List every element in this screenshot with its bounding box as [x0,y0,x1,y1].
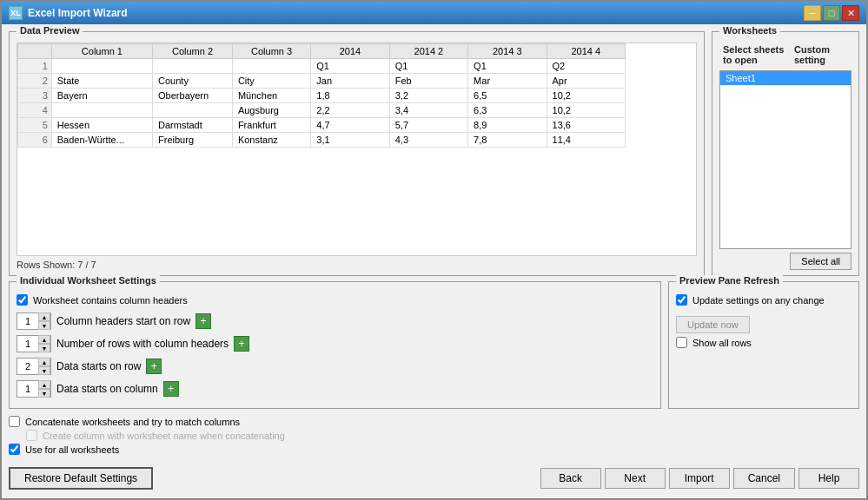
header-start-row-plus[interactable]: + [195,313,211,329]
use-for-all-checkbox[interactable] [9,444,20,455]
data-preview-title: Data Preview [17,25,83,36]
num-header-rows-down[interactable]: ▼ [38,344,50,352]
table-cell: Q1 [389,59,467,74]
data-start-row-down[interactable]: ▼ [38,366,50,375]
table-cell: Konstanz [232,133,310,148]
header-start-row-up[interactable]: ▲ [38,312,50,321]
data-start-row-label: Data starts on row [56,360,141,372]
header-start-row-spinner[interactable]: ▲ ▼ [17,312,51,330]
header-start-row-btns: ▲ ▼ [38,312,50,330]
update-on-change-row: Update settings on any change [676,294,851,306]
table-cell [232,59,310,74]
table-cell: 8,9 [468,118,547,133]
title-bar-left: XL Excel Import Wizard [9,6,128,20]
data-start-row-input[interactable] [17,361,38,372]
preview-pane-title: Preview Pane Refresh [676,275,783,286]
row-number-cell: 1 [18,59,52,74]
data-start-col-btns: ▲ ▼ [38,380,50,398]
preview-table-container[interactable]: Column 1 Column 2 Column 3 2014 2014 2 2… [17,43,697,256]
table-cell: 13,6 [547,118,625,133]
restore-defaults-button[interactable]: Restore Default Settings [9,467,153,490]
show-all-rows-checkbox[interactable] [676,337,687,348]
concatenate-checkbox[interactable] [9,416,20,427]
use-for-all-label: Use for all worksheets [25,444,119,455]
table-cell: München [232,89,310,103]
table-row: 5HessenDarmstadtFrankfurt4,75,78,913,6 [18,118,626,133]
help-button[interactable]: Help [798,468,859,489]
table-cell: Mar [468,74,547,89]
update-on-change-label: Update settings on any change [692,295,825,306]
select-all-button[interactable]: Select all [790,253,851,270]
table-cell: Augsburg [232,103,310,118]
data-start-col-plus[interactable]: + [163,381,179,397]
table-cell [153,59,233,74]
worksheet-item-sheet1[interactable]: Sheet1 [720,71,851,85]
row-number-cell: 2 [18,74,52,89]
data-start-row-row: ▲ ▼ Data starts on row + [17,358,653,375]
table-cell: Hessen [51,118,152,133]
table-cell: 10,2 [547,103,625,118]
table-cell: 4,7 [311,118,389,133]
create-column-row: Create column with worksheet name when c… [9,430,859,441]
table-cell: 3,2 [389,89,467,103]
data-start-col-up[interactable]: ▲ [38,380,50,389]
close-button[interactable]: ✕ [842,5,859,21]
data-start-row-btns: ▲ ▼ [38,358,50,375]
ws-header: Select sheets to open Custom setting [719,43,851,67]
nav-buttons: Back Next Import Cancel Help [540,468,859,489]
create-column-checkbox[interactable] [26,430,37,441]
table-cell: 11,4 [547,133,625,148]
data-start-row-spinner[interactable]: ▲ ▼ [17,358,51,375]
table-cell: 7,8 [468,133,547,148]
table-cell: County [153,74,233,89]
update-now-button[interactable]: Update now [676,316,750,333]
num-header-rows-spinner[interactable]: ▲ ▼ [17,335,51,352]
next-button[interactable]: Next [605,468,666,489]
maximize-button[interactable]: □ [823,5,840,21]
num-header-rows-input[interactable] [17,339,38,349]
worksheet-list[interactable]: Sheet1 [719,70,851,249]
table-row: 1Q1Q1Q1Q2 [18,59,626,74]
ws-col2-header: Custom setting [791,43,851,67]
num-header-rows-label: Number of rows with column headers [56,338,229,350]
cancel-button[interactable]: Cancel [733,468,795,489]
bottom-section: Individual Worksheet Settings Worksheet … [9,281,859,409]
data-start-col-input[interactable] [17,384,38,394]
data-start-row-plus[interactable]: + [146,359,162,374]
table-cell: Q1 [311,59,389,74]
num-header-rows-plus[interactable]: + [234,336,249,352]
row-number-cell: 4 [18,103,52,118]
data-start-row-up[interactable]: ▲ [38,358,50,366]
individual-settings-group: Individual Worksheet Settings Worksheet … [9,281,661,409]
table-cell: 10,2 [547,89,625,103]
table-cell: Darmstadt [153,118,233,133]
num-header-rows-up[interactable]: ▲ [38,335,50,344]
num-header-rows-btns: ▲ ▼ [38,335,50,352]
use-for-all-row: Use for all worksheets [9,444,859,455]
table-row: 4Augsburg2,23,46,310,2 [18,103,626,118]
table-cell: 6,5 [468,89,547,103]
update-on-change-checkbox[interactable] [676,294,687,306]
minimize-button[interactable]: ─ [804,5,821,21]
footer-checks: Concatenate worksheets and try to match … [9,414,859,457]
table-cell: 4,3 [389,133,467,148]
worksheets-group: Worksheets Select sheets to open Custom … [712,31,859,276]
table-cell: State [51,74,152,89]
data-start-col-spinner[interactable]: ▲ ▼ [17,380,51,398]
show-all-rows-label: Show all rows [692,338,752,348]
header-start-row-input[interactable] [17,316,38,326]
show-all-rows-row: Show all rows [676,337,851,348]
back-button[interactable]: Back [540,468,601,489]
app-icon: XL [9,6,23,20]
col-header-5: 2014 2 [389,44,467,59]
data-start-col-down[interactable]: ▼ [38,389,50,398]
main-content: Data Preview Column 1 Column 2 Column 3 … [2,24,866,498]
header-start-row-down[interactable]: ▼ [38,321,50,330]
main-window: XL Excel Import Wizard ─ □ ✕ Data Previe… [0,0,868,500]
data-start-col-label: Data starts on column [56,383,158,395]
button-bar: Restore Default Settings Back Next Impor… [9,462,859,491]
contains-headers-checkbox[interactable] [17,294,28,306]
import-button[interactable]: Import [669,468,730,489]
table-cell: 1,8 [311,89,389,103]
window-title: Excel Import Wizard [28,7,128,19]
